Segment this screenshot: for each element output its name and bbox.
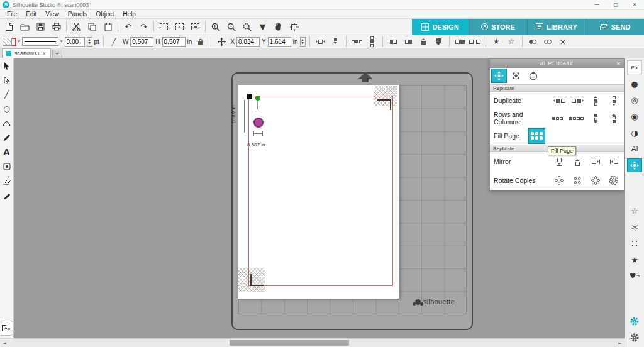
position-stepper[interactable]: ▲▼: [300, 37, 306, 47]
tab-replicate-advanced[interactable]: [508, 69, 524, 83]
duplicate-right-button[interactable]: [571, 94, 584, 107]
pixscan-panel-button[interactable]: Pix: [627, 60, 642, 74]
freehand-tool[interactable]: [1, 133, 13, 143]
line-style-dropdown-icon[interactable]: ▾: [60, 39, 63, 44]
open-file-button[interactable]: [17, 19, 33, 34]
stamp-tool[interactable]: [1, 162, 13, 172]
select-tool-button[interactable]: [156, 19, 172, 34]
fill-color-swatch[interactable]: [3, 38, 12, 46]
document-tab[interactable]: scan0003 ×: [2, 48, 51, 58]
menu-object[interactable]: Object: [91, 11, 118, 18]
column-of-four-button[interactable]: [608, 112, 620, 124]
redo-button[interactable]: ↷: [136, 19, 152, 34]
align-panel-button[interactable]: Al: [627, 142, 642, 156]
cutting-mat[interactable]: 0.507 in 0.507 in silhouette: [231, 72, 473, 330]
menu-panels[interactable]: Panels: [64, 11, 92, 18]
menu-view[interactable]: View: [41, 11, 64, 18]
replicate-panel-header[interactable]: REPLICATE ×: [490, 59, 624, 68]
tab-library[interactable]: LIBRARY: [527, 19, 586, 35]
menu-help[interactable]: Help: [118, 11, 140, 18]
fill-color-panel-button[interactable]: ◎: [627, 93, 642, 107]
rotate-two-copies-button[interactable]: [553, 174, 565, 187]
line-tool[interactable]: ╱: [1, 89, 13, 99]
align-button[interactable]: [329, 36, 342, 47]
offset-panel-button[interactable]: ☆: [627, 204, 642, 218]
line-segment-icon[interactable]: ╱: [108, 36, 121, 47]
page-canvas[interactable]: 0.507 in 0.507 in: [238, 85, 399, 299]
paste-button[interactable]: [100, 19, 116, 34]
offset-star-button[interactable]: ☆: [505, 36, 518, 47]
scroll-right-arrow[interactable]: ►: [616, 339, 625, 347]
text-tool[interactable]: A: [1, 147, 13, 157]
delete-button[interactable]: ×: [557, 36, 570, 47]
tab-send[interactable]: SEND: [586, 19, 644, 35]
replicate-panel-button[interactable]: [627, 158, 642, 172]
horizontal-scrollbar[interactable]: ◄ ►: [0, 338, 625, 347]
transfer-panel-button[interactable]: ♥ →: [627, 269, 642, 283]
panel-close-icon[interactable]: ×: [616, 59, 621, 68]
mirror-above-button[interactable]: [571, 155, 584, 168]
knife-tool[interactable]: [1, 190, 13, 201]
new-document-button[interactable]: [1, 19, 17, 34]
settings-button[interactable]: [627, 331, 642, 344]
column-of-three-button[interactable]: [589, 112, 602, 124]
copy-button[interactable]: [84, 19, 100, 34]
duplicate-left-button[interactable]: [553, 94, 565, 107]
lock-aspect-button[interactable]: [194, 36, 207, 47]
document-tab-close-icon[interactable]: ×: [42, 51, 47, 57]
mirror-right-button[interactable]: [589, 155, 602, 168]
ellipse-tool[interactable]: ○: [1, 104, 13, 114]
duplicate-below-button[interactable]: [608, 94, 620, 107]
modify-panel-button[interactable]: [627, 220, 642, 234]
zoom-selection-button[interactable]: [239, 19, 255, 34]
new-tab-button[interactable]: +: [52, 50, 62, 58]
line-color-dropdown-icon[interactable]: ▾: [18, 39, 21, 44]
width-input[interactable]: [130, 37, 153, 47]
weld-button[interactable]: ★: [490, 36, 503, 47]
eraser-tool[interactable]: [1, 176, 13, 186]
save-button[interactable]: [33, 19, 48, 34]
trace-panel-button[interactable]: [627, 236, 642, 250]
mirror-left-button[interactable]: [608, 155, 620, 168]
row-of-three-button[interactable]: [551, 112, 564, 124]
effects-panel-button[interactable]: ★: [627, 253, 642, 267]
fit-to-page-button[interactable]: [286, 19, 302, 34]
rotate-three-copies-button[interactable]: [571, 174, 584, 187]
space-horizontal-button[interactable]: [350, 36, 364, 47]
height-input[interactable]: [162, 37, 186, 47]
pattern-fill-panel-button[interactable]: ◉: [627, 109, 642, 123]
group-button[interactable]: [453, 36, 467, 47]
drag-zoom-button[interactable]: ▼: [255, 19, 270, 34]
curve-tool[interactable]: [1, 118, 13, 128]
deselect-button[interactable]: ×: [172, 19, 187, 34]
x-position-input[interactable]: [236, 37, 260, 47]
menu-edit[interactable]: Edit: [21, 11, 41, 18]
cut-button[interactable]: [69, 19, 84, 34]
mirror-below-button[interactable]: [553, 155, 565, 168]
thickness-stepper[interactable]: ▲▼: [87, 37, 92, 47]
tab-object-on-path[interactable]: [525, 69, 541, 83]
preferences-button[interactable]: [627, 314, 642, 328]
rotate-six-copies-button[interactable]: [608, 174, 620, 187]
tab-design[interactable]: DESIGN: [412, 19, 469, 35]
print-button[interactable]: [48, 19, 64, 34]
zoom-out-button[interactable]: [223, 19, 239, 34]
close-button[interactable]: ✕: [625, 0, 644, 9]
select-all-button[interactable]: [187, 19, 203, 34]
scroll-left-arrow[interactable]: ◄: [0, 339, 9, 347]
point-edit-tool[interactable]: [1, 75, 13, 85]
minimize-button[interactable]: —: [587, 0, 606, 9]
line-thickness-input[interactable]: [65, 37, 85, 47]
rotation-handle[interactable]: [255, 96, 260, 101]
fill-page-button[interactable]: [528, 128, 545, 144]
release-compound-button[interactable]: [541, 36, 555, 47]
menu-file[interactable]: File: [3, 11, 21, 18]
tab-store[interactable]: S STORE: [469, 19, 527, 35]
maximize-button[interactable]: ▢: [606, 0, 625, 9]
make-compound-button[interactable]: [526, 36, 540, 47]
move-icon[interactable]: [215, 36, 228, 47]
quick-export-button[interactable]: ►: [1, 321, 13, 336]
row-of-four-button[interactable]: [569, 112, 584, 124]
send-to-back-button[interactable]: [402, 36, 415, 47]
line-color-panel-button[interactable]: ◑: [627, 126, 642, 140]
